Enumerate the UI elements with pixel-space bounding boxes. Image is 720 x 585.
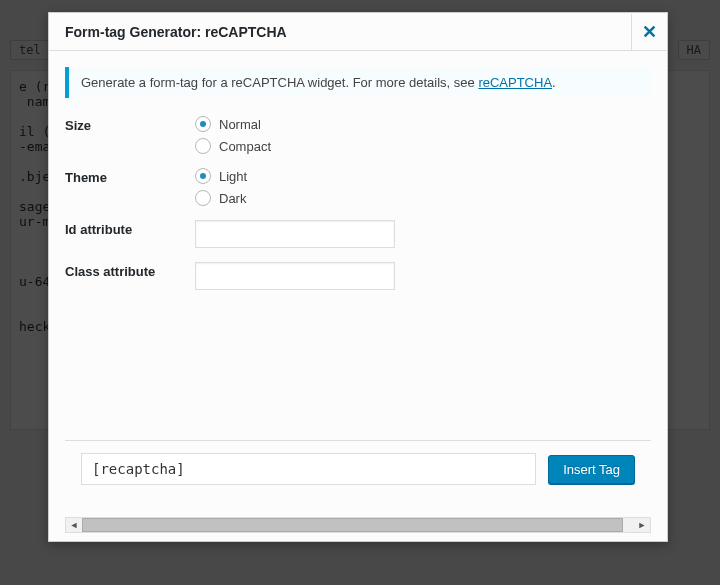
size-normal-option[interactable]: Normal [195, 116, 651, 132]
size-compact-label: Compact [219, 139, 271, 154]
scroll-right-arrow-icon[interactable]: ► [634, 518, 650, 532]
info-notice: Generate a form-tag for a reCAPTCHA widg… [65, 67, 651, 98]
radio-icon [195, 116, 211, 132]
modal-header: Form-tag Generator: reCAPTCHA ✕ [49, 13, 667, 51]
id-control [195, 220, 651, 248]
modal-body: Generate a form-tag for a reCAPTCHA widg… [49, 51, 667, 541]
size-label: Size [65, 116, 195, 133]
info-text-suffix: . [552, 75, 556, 90]
scroll-track[interactable] [82, 518, 634, 532]
form-tag-generator-modal: Form-tag Generator: reCAPTCHA ✕ Generate… [48, 12, 668, 542]
class-label: Class attribute [65, 262, 195, 279]
form-fields: Size Normal Compact Theme [65, 116, 651, 304]
theme-dark-option[interactable]: Dark [195, 190, 651, 206]
radio-icon [195, 190, 211, 206]
field-theme: Theme Light Dark [65, 168, 651, 206]
radio-icon [195, 168, 211, 184]
class-control [195, 262, 651, 290]
info-text-prefix: Generate a form-tag for a reCAPTCHA widg… [81, 75, 478, 90]
field-id-attribute: Id attribute [65, 220, 651, 248]
modal-footer: Insert Tag [65, 440, 651, 497]
theme-radio-group: Light Dark [195, 168, 651, 206]
generated-tag-output[interactable] [81, 453, 536, 485]
close-button[interactable]: ✕ [631, 14, 667, 50]
radio-icon [195, 138, 211, 154]
recaptcha-link[interactable]: reCAPTCHA [478, 75, 552, 90]
scroll-left-arrow-icon[interactable]: ◄ [66, 518, 82, 532]
size-radio-group: Normal Compact [195, 116, 651, 154]
id-input[interactable] [195, 220, 395, 248]
theme-light-option[interactable]: Light [195, 168, 651, 184]
field-size: Size Normal Compact [65, 116, 651, 154]
scroll-thumb[interactable] [82, 518, 623, 532]
theme-label: Theme [65, 168, 195, 185]
field-class-attribute: Class attribute [65, 262, 651, 290]
horizontal-scrollbar[interactable]: ◄ ► [65, 517, 651, 533]
theme-light-label: Light [219, 169, 247, 184]
modal-title: Form-tag Generator: reCAPTCHA [65, 24, 287, 40]
size-normal-label: Normal [219, 117, 261, 132]
insert-tag-button[interactable]: Insert Tag [548, 455, 635, 484]
class-input[interactable] [195, 262, 395, 290]
close-icon: ✕ [642, 21, 657, 43]
size-compact-option[interactable]: Compact [195, 138, 651, 154]
id-label: Id attribute [65, 220, 195, 237]
theme-dark-label: Dark [219, 191, 246, 206]
